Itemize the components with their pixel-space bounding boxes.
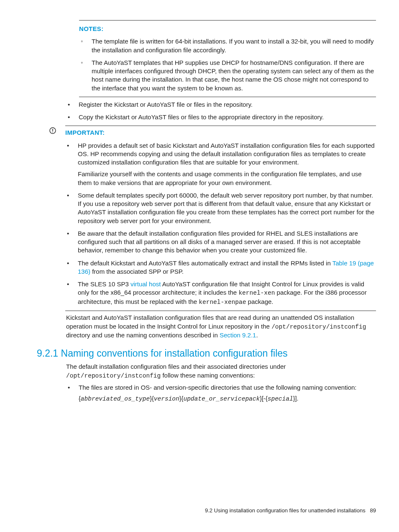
important-text: Be aware that the default installation c… xyxy=(78,230,361,254)
page-footer: 9.2 Using installation configuration fil… xyxy=(205,507,376,514)
convention-item: The files are stored in OS- and version-… xyxy=(66,383,376,403)
outer-item: Register the Kickstart or AutoYaST file … xyxy=(66,100,376,109)
svg-rect-1 xyxy=(52,129,53,131)
code-kernel-xen: kernel-xen xyxy=(238,290,275,296)
brace: }[-{ xyxy=(260,395,268,402)
para2-pre: The default installation configuration f… xyxy=(66,363,286,370)
code-path: /opt/repository/instconfig xyxy=(271,324,366,330)
var-special: special xyxy=(268,396,293,402)
var-update: update_or_servicepack xyxy=(183,396,260,402)
outer-text: Copy the Kickstart or AutoYaST files or … xyxy=(79,113,324,121)
code-kernel-xenpae: kernel-xenpae xyxy=(199,299,246,306)
outer-text: Register the Kickstart or AutoYaST file … xyxy=(79,101,253,108)
important-item: HP provides a default set of basic Kicks… xyxy=(65,141,376,187)
important-row: IMPORTANT: HP provides a default set of … xyxy=(23,126,376,311)
footer-text: 9.2 Using installation configuration fil… xyxy=(205,507,366,514)
notes-text: The AutoYaST templates that HP supplies … xyxy=(92,59,374,92)
notes-item: The AutoYaST templates that HP supplies … xyxy=(79,59,376,93)
notes-text: The template file is written for 64-bit … xyxy=(92,38,374,53)
notes-block: NOTES: The template file is written for … xyxy=(79,20,376,97)
paragraph-repo-location: Kickstart and AutoYaST installation conf… xyxy=(66,314,376,339)
page-number: 89 xyxy=(370,507,376,514)
important-icon xyxy=(23,126,65,136)
section-heading: 9.2.1 Naming conventions for installatio… xyxy=(37,347,376,360)
rule-top xyxy=(79,20,376,21)
rule xyxy=(65,311,376,311)
code-path: /opt/repository/instconfig xyxy=(66,373,161,379)
var-os-type: abbreviated_os_type xyxy=(81,396,150,402)
important-text: HP provides a default set of basic Kicks… xyxy=(78,142,375,166)
notes-list: The template file is written for 64-bit … xyxy=(79,37,376,93)
para2-post: follow these naming conventions: xyxy=(161,372,255,379)
outer-list: Register the Kickstart or AutoYaST file … xyxy=(66,100,376,122)
rule-bottom xyxy=(79,97,376,97)
svg-rect-2 xyxy=(52,132,53,133)
outer-list-block: Register the Kickstart or AutoYaST file … xyxy=(66,100,376,122)
notes-item: The template file is written for 64-bit … xyxy=(79,37,376,54)
notes-heading: NOTES: xyxy=(79,25,376,33)
section-link[interactable]: Section 9.2.1 xyxy=(220,332,256,339)
var-version: version xyxy=(154,396,179,402)
outer-item: Copy the Kickstart or AutoYaST files or … xyxy=(66,113,376,121)
convention-text: The files are stored in OS- and version-… xyxy=(79,384,357,391)
brace: }{ xyxy=(150,395,154,402)
para-mid: directory and use the naming conventions… xyxy=(66,332,220,339)
virtual-host-link[interactable]: virtual host xyxy=(130,280,161,288)
important-content: IMPORTANT: HP provides a default set of … xyxy=(65,126,376,311)
important-text-pre: The SLES 10 SP3 xyxy=(78,280,130,288)
important-item: The default Kickstart and AutoYaST files… xyxy=(65,259,376,276)
paragraph-default-config: The default installation configuration f… xyxy=(66,362,376,380)
naming-pattern: {abbreviated_os_type}{version}{update_or… xyxy=(79,395,376,403)
convention-list: The files are stored in OS- and version-… xyxy=(66,383,376,403)
rule xyxy=(65,126,376,126)
important-text-post: from the associated SPP or PSP. xyxy=(90,268,184,275)
para-post: . xyxy=(256,332,258,339)
important-heading: IMPORTANT: xyxy=(65,129,376,137)
important-subpara: Familiarize yourself with the contents a… xyxy=(78,170,376,187)
important-text-pre: The default Kickstart and AutoYaST files… xyxy=(78,260,332,267)
brace: }]. xyxy=(293,395,299,402)
important-item: Some default templates specify port 6000… xyxy=(65,191,376,225)
important-item: The SLES 10 SP3 virtual host AutoYaST co… xyxy=(65,280,376,306)
important-list: HP provides a default set of basic Kicks… xyxy=(65,141,376,307)
important-text-post: package. xyxy=(246,298,273,305)
convention-list-block: The files are stored in OS- and version-… xyxy=(66,383,376,403)
important-item: Be aware that the default installation c… xyxy=(65,229,376,255)
important-text: Some default templates specify port 6000… xyxy=(78,192,374,224)
